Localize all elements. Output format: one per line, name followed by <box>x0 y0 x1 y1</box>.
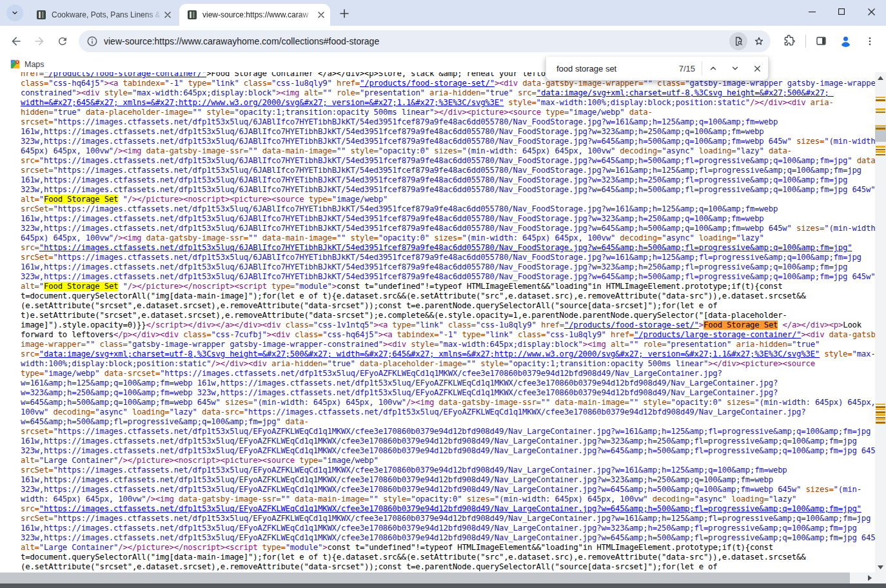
source-line: src="https://images.ctfassets.net/dfp1t5… <box>21 243 875 253</box>
tab-close-icon[interactable] <box>162 10 173 21</box>
source-link[interactable]: "/products/large-storage-container/" <box>634 330 801 339</box>
find-next-button[interactable] <box>724 59 746 79</box>
find-input[interactable] <box>555 63 675 74</box>
source-line: constrained"><div style="max-width:645px… <box>21 88 875 98</box>
tab-view-source[interactable]: view-source:https://www.caraw <box>179 4 330 26</box>
tab-search-button[interactable] <box>6 5 23 21</box>
source-segment: src= <box>21 504 39 513</box>
find-in-page-button[interactable] <box>729 32 747 50</box>
source-segment: data-placeholder-image= <box>81 108 193 117</box>
source-segment: srcSet= <box>21 466 53 475</box>
source-code: href="/products/food-storage-container/"… <box>21 72 875 572</box>
source-link[interactable]: "https://images.ctfassets.net/dfp1t53x5l… <box>39 243 852 252</box>
source-segment: style= <box>99 88 132 97</box>
close-button[interactable] <box>856 0 886 23</box>
find-highlight: Food Storage Set <box>44 282 118 291</box>
source-segment: "" <box>248 233 257 242</box>
source-segment: "image/webp" <box>332 195 388 204</box>
window-controls <box>797 0 886 23</box>
scroll-right-arrow-icon[interactable] <box>864 573 875 583</box>
source-segment: 161w,https://images.ctfassets.net/dfp1t5… <box>21 436 857 446</box>
horizontal-scroll-thumb[interactable] <box>0 573 850 583</box>
source-segment: w=161&amp;h=125&amp;q=100&amp;fm=webp 16… <box>21 378 778 387</box>
source-segment: "link" <box>211 79 239 88</box>
menu-button[interactable] <box>860 32 880 51</box>
source-segment: "max-width:645px;display:block" <box>438 340 582 349</box>
source-link[interactable]: width=&#x27;645&#x27; xmlns=&#x27;http:/… <box>21 98 504 107</box>
source-segment: aria-hidden= <box>731 340 792 349</box>
source-segment: "" <box>337 146 346 155</box>
source-segment: data- <box>764 146 792 155</box>
source-line: src="https://images.ctfassets.net/dfp1t5… <box>21 156 875 166</box>
source-link[interactable]: "https://images.ctfassets.net/dfp1t53x5l… <box>39 504 861 513</box>
find-previous-button[interactable] <box>702 59 724 79</box>
source-line: 645px) 645px, 100vw"/><img data-gatsby-i… <box>21 146 875 156</box>
profile-button[interactable] <box>836 32 855 51</box>
vertical-scrollbar[interactable] <box>875 72 886 573</box>
browser-window: Cookware, Pots, Pans Linens & A view-sou… <box>0 0 886 588</box>
reload-button[interactable] <box>53 32 72 51</box>
source-segment: decoding= <box>48 407 95 416</box>
source-segment: "presentation" <box>360 88 425 97</box>
new-tab-button[interactable] <box>337 6 352 21</box>
source-segment: data- <box>625 108 653 117</box>
source-line: src="data:image/svg+xml;charset=utf-8,%3… <box>21 349 875 359</box>
source-segment: /><img <box>113 146 141 155</box>
source-line: src="https://images.ctfassets.net/dfp1t5… <box>21 504 875 514</box>
source-line: 161w,https://images.ctfassets.net/dfp1t5… <box>21 436 875 446</box>
source-segment: /></div><div <box>211 359 266 368</box>
source-segment: "-1" <box>164 79 183 88</box>
close-icon <box>753 64 762 73</box>
scroll-up-arrow-icon[interactable] <box>875 73 886 83</box>
bookmark-maps[interactable]: Maps <box>10 59 44 69</box>
source-line: forward to leftovers</p></div><div class… <box>21 330 875 340</box>
minimize-button[interactable] <box>797 0 827 23</box>
source-segment: srcset= <box>21 117 53 126</box>
source-segment: sizes= <box>792 224 824 233</box>
source-segment: decoding= <box>615 146 662 155</box>
caraway-favicon-icon <box>36 10 46 20</box>
source-link[interactable]: "/products/food-storage-container/" <box>44 72 206 78</box>
source-segment: 323w,https://images.ctfassets.net/dfp1t5… <box>21 224 792 233</box>
maximize-button[interactable] <box>827 0 856 23</box>
source-segment: "lazy" <box>769 495 796 504</box>
source-line: 323w,https://images.ctfassets.net/dfp1t5… <box>21 137 875 146</box>
source-segment: "" <box>541 398 550 407</box>
source-line: 161w,https://images.ctfassets.net/dfp1t5… <box>21 127 875 137</box>
horizontal-scrollbar[interactable] <box>0 573 875 583</box>
source-link[interactable]: "/products/food-storage-set/" <box>360 79 495 88</box>
source-segment: "lazy" <box>170 407 197 416</box>
source-segment: ><div <box>267 330 290 339</box>
back-button[interactable] <box>6 32 26 51</box>
source-segment: Look <box>843 320 861 329</box>
source-link[interactable]: "/products/food-storage-set/" <box>564 320 699 329</box>
kebab-menu-icon <box>865 36 875 46</box>
source-segment: class= <box>239 79 271 88</box>
source-segment: w=645&amp;h=500&amp;q=100&amp;fm=webp 64… <box>21 398 221 407</box>
source-line: width=&#x27;645&#x27; xmlns=&#x27;http:/… <box>21 98 875 108</box>
source-link[interactable]: "data:image/svg+xml;charset=utf-8,%3Csvg… <box>537 88 834 97</box>
find-close-button[interactable] <box>746 59 768 79</box>
source-segment: srcset= <box>21 427 53 436</box>
tab-cookware[interactable]: Cookware, Pots, Pans Linens & A <box>28 4 177 26</box>
reload-icon <box>57 35 68 47</box>
source-line: width:100%;display:block;position:static… <box>21 359 875 369</box>
extensions-puzzle-icon <box>783 35 796 47</box>
source-segment: "(min-width: 645px) 645px, 100vw" <box>495 495 648 504</box>
side-panel-button[interactable] <box>811 32 831 51</box>
source-link[interactable]: "data:image/svg+xml;charset=utf-8,%3Csvg… <box>39 349 820 358</box>
tab-close-icon[interactable] <box>315 10 326 21</box>
forward-button[interactable] <box>30 32 49 51</box>
info-icon[interactable] <box>86 35 98 47</box>
bookmark-star-button[interactable] <box>750 32 768 50</box>
source-line: 323w,https://images.ctfassets.net/dfp1t5… <box>21 185 875 195</box>
address-bar[interactable]: view-source:https://www.carawayhome.com/… <box>79 30 771 52</box>
source-segment: href= <box>606 330 634 339</box>
source-segment: role= <box>332 88 360 97</box>
source-segment: width:100%;display:block;position:static… <box>21 359 211 368</box>
source-segment: </a></div><p> <box>783 320 843 329</box>
bookmark-star-icon <box>753 35 765 47</box>
source-segment: data-src= <box>197 407 244 416</box>
scroll-down-arrow-icon[interactable] <box>875 562 886 572</box>
extensions-button[interactable] <box>780 32 799 51</box>
